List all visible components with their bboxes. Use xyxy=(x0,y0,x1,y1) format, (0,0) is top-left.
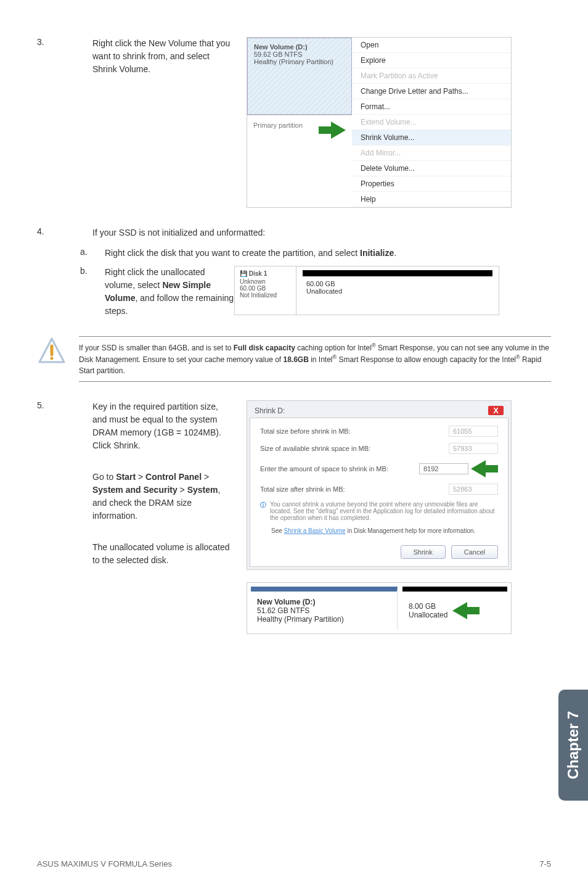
menu-help[interactable]: Help xyxy=(352,192,511,207)
shrink-amount-input[interactable]: 8192 xyxy=(419,463,468,474)
step-4-text: If your SSD is not initialized and unfor… xyxy=(92,226,265,239)
info-icon: ⓘ xyxy=(260,501,266,521)
step-4a-letter: a. xyxy=(80,247,105,260)
step-4-number: 4. xyxy=(37,226,62,239)
step-5-number: 5. xyxy=(37,400,62,634)
step-5-text: Key in the required partition size, and … xyxy=(92,400,234,452)
page-footer: ASUS MAXIMUS V FORMULA Series 7-5 xyxy=(37,859,551,868)
step-5-unalloc: The unallocated volume is allocated to t… xyxy=(92,541,234,567)
menu-change-letter[interactable]: Change Drive Letter and Paths... xyxy=(352,84,511,99)
menu-shrink[interactable]: Shrink Volume... xyxy=(352,130,511,146)
caution-icon xyxy=(37,336,67,368)
green-arrow-right-icon xyxy=(319,122,346,139)
shrink-row-input: Enter the amount of space to shrink in M… xyxy=(260,460,498,477)
menu-delete[interactable]: Delete Volume... xyxy=(352,161,511,176)
menu-add-mirror: Add Mirror... xyxy=(352,146,511,161)
menu-mark-active: Mark Partition as Active xyxy=(352,68,511,84)
volume-title: New Volume (D:) xyxy=(254,43,345,51)
shrink-button[interactable]: Shrink xyxy=(401,545,446,559)
disk-mgmt-screenshot: 💾 Disk 1 Unknown 60.00 GB Not Initialize… xyxy=(234,266,499,315)
shrink-dialog-titlebar: Shrink D: X xyxy=(250,403,508,418)
disk-info-panel: 💾 Disk 1 Unknown 60.00 GB Not Initialize… xyxy=(235,266,296,315)
menu-format[interactable]: Format... xyxy=(352,99,511,115)
step-3-number: 3. xyxy=(37,37,62,208)
result-partition-screenshot: New Volume (D:) 51.62 GB NTFS Healthy (P… xyxy=(247,582,512,634)
caution-note: If your SSD is smaller than 64GB, and is… xyxy=(37,336,551,382)
primary-partition-label: Primary partition xyxy=(247,115,352,207)
svg-point-2 xyxy=(51,357,54,360)
close-icon[interactable]: X xyxy=(488,406,504,415)
menu-extend: Extend Volume... xyxy=(352,115,511,130)
footer-page-number: 7-5 xyxy=(539,859,551,868)
chapter-tab: Chapter 7 xyxy=(558,690,588,801)
shrink-help-link[interactable]: Shrink a Basic Volume xyxy=(284,527,346,534)
volume-status: Healthy (Primary Partition) xyxy=(254,58,345,65)
step-3-text: Right click the New Volume that you want… xyxy=(92,37,234,208)
context-menu-screenshot: New Volume (D:) 59.62 GB NTFS Healthy (P… xyxy=(247,37,512,208)
context-menu: Open Explore Mark Partition as Active Ch… xyxy=(352,38,511,115)
shrink-row-available: Size of available shrink space in MB: 57… xyxy=(260,443,498,454)
shrink-info-text: ⓘ You cannot shrink a volume beyond the … xyxy=(260,501,498,521)
shrink-row-total-after: Total size after shrink in MB: 52863 xyxy=(260,484,498,495)
step-4b-letter: b. xyxy=(80,266,105,318)
shrink-help-link-line: See Shrink a Basic Volume in Disk Manage… xyxy=(271,527,498,534)
shrink-dialog-screenshot: Shrink D: X Total size before shrink in … xyxy=(247,400,512,570)
shrink-row-total-before: Total size before shrink in MB: 61055 xyxy=(260,426,498,437)
context-menu-bottom: Extend Volume... Shrink Volume... Add Mi… xyxy=(352,115,511,207)
unallocated-panel: 60.00 GB Unallocated xyxy=(303,270,492,311)
menu-properties[interactable]: Properties xyxy=(352,176,511,192)
caution-text: If your SSD is smaller than 64GB, and is… xyxy=(79,336,551,382)
volume-size: 59.62 GB NTFS xyxy=(254,51,345,58)
footer-product: ASUS MAXIMUS V FORMULA Series xyxy=(37,859,172,868)
green-arrow-left-icon xyxy=(471,460,498,477)
result-unallocated-panel: 8.00 GB Unallocated xyxy=(402,587,507,630)
cancel-button[interactable]: Cancel xyxy=(451,545,498,559)
menu-open[interactable]: Open xyxy=(352,38,511,53)
result-volume-panel: New Volume (D:) 51.62 GB NTFS Healthy (P… xyxy=(251,587,398,630)
step-4a-text: Right click the disk that you want to cr… xyxy=(105,247,396,260)
step-4b-text: Right click the unallocated volume, sele… xyxy=(105,266,234,318)
green-arrow-left-icon xyxy=(452,602,480,619)
step-5-goto: Go to Start > Control Panel > System and… xyxy=(92,471,234,522)
menu-explore[interactable]: Explore xyxy=(352,53,511,68)
selected-volume-box: New Volume (D:) 59.62 GB NTFS Healthy (P… xyxy=(247,38,352,115)
disk-icon: 💾 Disk 1 xyxy=(240,270,291,277)
